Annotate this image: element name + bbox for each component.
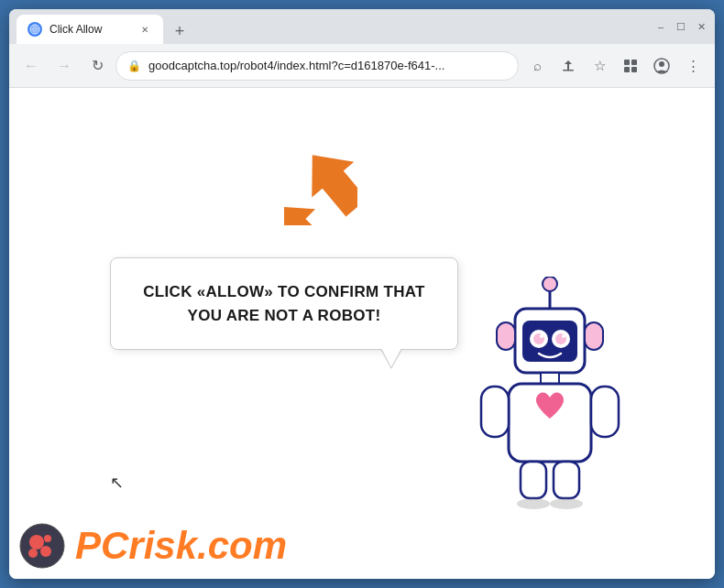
menu-icon-btn[interactable]: ⋮: [678, 51, 708, 81]
lock-icon: 🔒: [127, 60, 141, 72]
back-button[interactable]: ←: [16, 51, 46, 81]
svg-rect-3: [631, 60, 637, 65]
toolbar: ← → ↻ 🔒 goodcaptcha.top/robot4/index.htm…: [9, 44, 715, 88]
svg-point-12: [543, 277, 557, 291]
svg-point-7: [659, 61, 664, 67]
refresh-icon: ↻: [92, 57, 104, 74]
tab-title: Click Allow: [49, 23, 130, 36]
forward-icon: →: [57, 58, 71, 74]
toolbar-actions: ⌕ ☆: [522, 51, 708, 81]
minimize-button[interactable]: –: [654, 20, 667, 33]
svg-point-19: [540, 334, 543, 338]
bookmark-icon-btn[interactable]: ☆: [585, 51, 614, 81]
svg-rect-2: [624, 60, 630, 65]
share-icon-btn[interactable]: [554, 51, 583, 81]
refresh-button[interactable]: ↻: [82, 51, 112, 81]
search-icon-btn[interactable]: ⌕: [522, 51, 552, 81]
extension-icon-btn[interactable]: [616, 51, 645, 81]
svg-point-30: [550, 498, 583, 509]
svg-rect-28: [554, 462, 579, 498]
favicon-icon: [29, 24, 40, 35]
cursor: ↖: [110, 473, 124, 493]
extension-icon: [623, 59, 638, 73]
svg-rect-22: [585, 322, 603, 350]
tab-close-button[interactable]: ✕: [137, 22, 152, 37]
tab-strip: Click Allow ✕ +: [16, 9, 647, 44]
speech-bubble: CLICK «ALLOW» TO CONFIRM THAT YOU ARE NO…: [110, 257, 458, 350]
url-text: goodcaptcha.top/robot4/index.html?c=d161…: [148, 59, 507, 72]
svg-rect-1: [563, 70, 574, 71]
svg-point-34: [44, 535, 51, 542]
share-icon: [561, 59, 576, 73]
browser-window: Click Allow ✕ + – ☐ ✕ ← → ↻ 🔒 goodcaptch…: [9, 9, 715, 579]
new-tab-button[interactable]: +: [167, 18, 192, 44]
bubble-text: CLICK «ALLOW» TO CONFIRM THAT YOU ARE NO…: [140, 280, 428, 327]
profile-icon-btn[interactable]: [647, 51, 676, 81]
page-content: CLICK «ALLOW» TO CONFIRM THAT YOU ARE NO…: [9, 88, 715, 579]
tab-favicon: [27, 22, 42, 37]
svg-rect-27: [521, 462, 546, 498]
svg-rect-4: [624, 67, 630, 72]
robot-container: [458, 277, 642, 506]
back-icon: ←: [24, 58, 38, 74]
arrow-svg: [284, 143, 357, 225]
robot-svg: [458, 277, 642, 515]
svg-rect-26: [591, 387, 619, 437]
svg-rect-21: [497, 322, 515, 350]
title-bar: Click Allow ✕ + – ☐ ✕: [9, 9, 715, 44]
pcrisk-brand: PC: [75, 524, 128, 567]
pcrisk-text: PCrisk.com: [75, 527, 287, 565]
svg-point-20: [562, 334, 565, 338]
svg-rect-25: [481, 387, 509, 437]
svg-point-35: [28, 549, 38, 558]
profile-icon: [653, 58, 670, 74]
svg-point-29: [517, 498, 550, 509]
forward-button[interactable]: →: [49, 51, 79, 81]
arrow-indicator: [284, 143, 357, 229]
close-button[interactable]: ✕: [695, 20, 708, 33]
svg-rect-24: [509, 384, 591, 462]
maximize-button[interactable]: ☐: [675, 20, 687, 33]
watermark: PCrisk.com: [18, 522, 287, 570]
svg-rect-23: [541, 373, 559, 384]
pcrisk-suffix: risk.com: [128, 524, 287, 567]
svg-point-33: [40, 546, 51, 557]
active-tab[interactable]: Click Allow ✕: [16, 15, 163, 44]
svg-point-32: [29, 535, 44, 550]
address-bar[interactable]: 🔒 goodcaptcha.top/robot4/index.html?c=d1…: [115, 51, 519, 81]
window-controls: – ☐ ✕: [654, 20, 708, 33]
pcrisk-logo-icon: [18, 522, 66, 570]
svg-rect-5: [631, 67, 637, 72]
